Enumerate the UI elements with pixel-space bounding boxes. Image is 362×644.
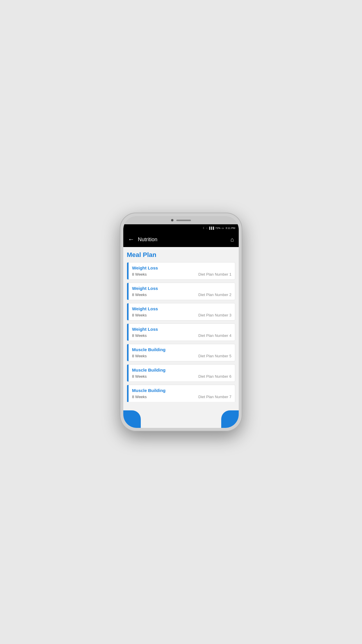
card-body: Weight Loss 8 Weeks Diet Plan Number 4 bbox=[129, 324, 235, 341]
nav-title: Nutrition bbox=[138, 237, 231, 243]
card-meta: 8 Weeks Diet Plan Number 6 bbox=[132, 374, 231, 379]
plan-card[interactable]: Weight Loss 8 Weeks Diet Plan Number 3 bbox=[127, 303, 235, 321]
card-title: Muscle Building bbox=[132, 388, 231, 393]
camera-dot bbox=[171, 219, 173, 221]
battery-percent: 72% bbox=[215, 227, 220, 230]
card-title: Weight Loss bbox=[132, 306, 231, 311]
card-title: Weight Loss bbox=[132, 265, 231, 270]
status-icons: ☾ ◦ ▐▐▐ 72% ▭ 3:11 PM bbox=[203, 227, 235, 230]
card-weeks: 8 Weeks bbox=[132, 313, 147, 317]
plan-list: Weight Loss 8 Weeks Diet Plan Number 1 W… bbox=[127, 262, 235, 402]
wifi-icon: ◦ bbox=[206, 227, 207, 230]
card-plan-number: Diet Plan Number 1 bbox=[198, 272, 231, 276]
card-weeks: 8 Weeks bbox=[132, 333, 147, 338]
card-body: Weight Loss 8 Weeks Diet Plan Number 2 bbox=[129, 283, 235, 300]
card-plan-number: Diet Plan Number 4 bbox=[198, 333, 231, 338]
card-weeks: 8 Weeks bbox=[132, 293, 147, 297]
phone-frame: ☾ ◦ ▐▐▐ 72% ▭ 3:11 PM ← Nutrition ⌂ Meal… bbox=[120, 213, 242, 431]
card-meta: 8 Weeks Diet Plan Number 2 bbox=[132, 293, 231, 297]
card-title: Weight Loss bbox=[132, 327, 231, 332]
blue-corner-left bbox=[123, 410, 141, 428]
section-title: Meal Plan bbox=[127, 251, 235, 259]
card-plan-number: Diet Plan Number 3 bbox=[198, 313, 231, 317]
plan-card[interactable]: Weight Loss 8 Weeks Diet Plan Number 2 bbox=[127, 283, 235, 300]
card-body: Muscle Building 8 Weeks Diet Plan Number… bbox=[129, 385, 235, 402]
card-weeks: 8 Weeks bbox=[132, 395, 147, 399]
battery-icon: ▭ bbox=[222, 227, 224, 230]
card-meta: 8 Weeks Diet Plan Number 1 bbox=[132, 272, 231, 276]
nav-bar: ← Nutrition ⌂ bbox=[123, 232, 239, 247]
card-title: Weight Loss bbox=[132, 286, 231, 291]
card-meta: 8 Weeks Diet Plan Number 4 bbox=[132, 333, 231, 338]
home-button[interactable]: ⌂ bbox=[231, 236, 234, 243]
card-weeks: 8 Weeks bbox=[132, 272, 147, 276]
back-button[interactable]: ← bbox=[128, 236, 134, 243]
card-plan-number: Diet Plan Number 6 bbox=[198, 374, 231, 379]
plan-card[interactable]: Muscle Building 8 Weeks Diet Plan Number… bbox=[127, 364, 235, 382]
card-title: Muscle Building bbox=[132, 347, 231, 352]
card-body: Muscle Building 8 Weeks Diet Plan Number… bbox=[129, 365, 235, 382]
card-meta: 8 Weeks Diet Plan Number 5 bbox=[132, 354, 231, 358]
card-meta: 8 Weeks Diet Plan Number 7 bbox=[132, 395, 231, 399]
status-bar: ☾ ◦ ▐▐▐ 72% ▭ 3:11 PM bbox=[123, 224, 239, 232]
moon-icon: ☾ bbox=[203, 227, 205, 230]
plan-card[interactable]: Weight Loss 8 Weeks Diet Plan Number 4 bbox=[127, 323, 235, 341]
plan-card[interactable]: Muscle Building 8 Weeks Diet Plan Number… bbox=[127, 344, 235, 361]
card-plan-number: Diet Plan Number 5 bbox=[198, 354, 231, 358]
card-body: Weight Loss 8 Weeks Diet Plan Number 3 bbox=[129, 303, 235, 320]
card-plan-number: Diet Plan Number 2 bbox=[198, 293, 231, 297]
phone-inner: ☾ ◦ ▐▐▐ 72% ▭ 3:11 PM ← Nutrition ⌂ Meal… bbox=[123, 216, 239, 428]
card-meta: 8 Weeks Diet Plan Number 3 bbox=[132, 313, 231, 317]
card-weeks: 8 Weeks bbox=[132, 354, 147, 358]
signal-icon: ▐▐▐ bbox=[208, 227, 214, 230]
card-body: Muscle Building 8 Weeks Diet Plan Number… bbox=[129, 344, 235, 361]
phone-top-hardware bbox=[123, 216, 239, 224]
time: 3:11 PM bbox=[225, 227, 235, 230]
blue-corner-right bbox=[221, 410, 239, 428]
plan-card[interactable]: Weight Loss 8 Weeks Diet Plan Number 1 bbox=[127, 262, 235, 280]
plan-card[interactable]: Muscle Building 8 Weeks Diet Plan Number… bbox=[127, 385, 235, 402]
content-area: Meal Plan Weight Loss 8 Weeks Diet Plan … bbox=[123, 247, 239, 428]
card-weeks: 8 Weeks bbox=[132, 374, 147, 379]
screen: ☾ ◦ ▐▐▐ 72% ▭ 3:11 PM ← Nutrition ⌂ Meal… bbox=[123, 224, 239, 428]
speaker-bar bbox=[176, 220, 191, 221]
card-title: Muscle Building bbox=[132, 368, 231, 372]
card-body: Weight Loss 8 Weeks Diet Plan Number 1 bbox=[129, 262, 235, 279]
card-plan-number: Diet Plan Number 7 bbox=[198, 395, 231, 399]
